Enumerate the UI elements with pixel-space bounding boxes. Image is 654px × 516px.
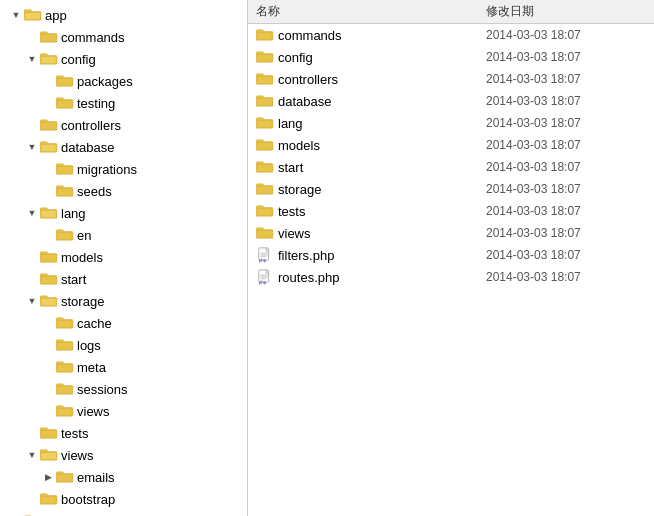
tree-item-views[interactable]: ▼ views [0,444,247,466]
tree-item-label: storage [61,294,104,309]
svg-rect-59 [41,430,56,437]
tree-item-packages[interactable]: packages [0,70,247,92]
folder-open-icon [24,8,42,22]
folder-icon [256,225,274,241]
toggle-expand-icon[interactable]: ▼ [24,139,40,155]
toggle-expand-icon[interactable]: ▼ [8,7,24,23]
tree-item-label: commands [61,30,125,45]
svg-rect-98 [257,186,272,193]
tree-item-label: migrations [77,162,137,177]
tree-item-public[interactable]: ▶ public [0,510,247,516]
svg-rect-10 [56,76,63,79]
right-row-r_lang[interactable]: lang 2014-03-03 18:07 [248,112,654,134]
row-label: start [278,160,486,175]
svg-rect-76 [256,30,263,33]
row-label: views [278,226,486,241]
svg-rect-11 [57,78,72,85]
tree-item-models[interactable]: models [0,246,247,268]
right-row-r_routes[interactable]: php routes.php 2014-03-03 18:07 [248,266,654,288]
svg-rect-68 [41,496,56,503]
row-date: 2014-03-03 18:07 [486,248,646,262]
folder-closed-icon [56,382,74,396]
svg-rect-64 [56,472,63,475]
svg-rect-8 [41,56,56,63]
file-tree[interactable]: ▼ app commands ▼ config packages [0,0,248,516]
toggle-expand-icon[interactable]: ▼ [24,51,40,67]
tree-item-migrations[interactable]: migrations [0,158,247,180]
toggle-expand-icon[interactable]: ▼ [24,293,40,309]
tree-item-commands[interactable]: commands [0,26,247,48]
folder-icon [256,137,274,153]
svg-rect-28 [40,208,47,211]
tree-item-cache[interactable]: cache [0,312,247,334]
col-name-header: 名称 [256,3,486,20]
right-row-r_tests[interactable]: tests 2014-03-03 18:07 [248,200,654,222]
tree-item-label: cache [77,316,112,331]
right-row-r_models[interactable]: models 2014-03-03 18:07 [248,134,654,156]
tree-item-views_storage[interactable]: views [0,400,247,422]
row-date: 2014-03-03 18:07 [486,226,646,240]
svg-rect-56 [57,408,72,415]
row-date: 2014-03-03 18:07 [486,72,646,86]
tree-item-label: logs [77,338,101,353]
right-row-r_views[interactable]: views 2014-03-03 18:07 [248,222,654,244]
tree-item-lang[interactable]: ▼ lang [0,202,247,224]
tree-item-bootstrap[interactable]: bootstrap [0,488,247,510]
tree-item-storage[interactable]: ▼ storage [0,290,247,312]
svg-rect-32 [57,232,72,239]
tree-item-app[interactable]: ▼ app [0,4,247,26]
row-label: models [278,138,486,153]
toggle-expand-icon[interactable]: ▼ [24,447,40,463]
svg-rect-77 [257,32,272,39]
tree-item-emails[interactable]: ▶ emails [0,466,247,488]
right-row-r_commands[interactable]: commands 2014-03-03 18:07 [248,24,654,46]
svg-rect-95 [257,164,272,171]
svg-rect-4 [40,32,47,35]
row-date: 2014-03-03 18:07 [486,138,646,152]
file-icon: php [256,247,274,263]
svg-rect-62 [41,452,56,459]
svg-rect-83 [257,76,272,83]
folder-closed-icon [56,360,74,374]
row-label: routes.php [278,270,486,285]
tree-item-testing[interactable]: testing [0,92,247,114]
tree-item-label: database [61,140,115,155]
row-date: 2014-03-03 18:07 [486,94,646,108]
tree-item-label: lang [61,206,86,221]
file-list: 名称 修改日期 commands 2014-03-03 18:07 config… [248,0,654,516]
svg-rect-25 [56,186,63,189]
svg-rect-82 [256,74,263,77]
tree-item-sessions[interactable]: sessions [0,378,247,400]
tree-item-seeds[interactable]: seeds [0,180,247,202]
tree-item-logs[interactable]: logs [0,334,247,356]
svg-rect-14 [57,100,72,107]
row-date: 2014-03-03 18:07 [486,28,646,42]
svg-rect-37 [40,274,47,277]
tree-item-tests[interactable]: tests [0,422,247,444]
right-row-r_database[interactable]: database 2014-03-03 18:07 [248,90,654,112]
folder-closed-icon [56,404,74,418]
folder-closed-icon [56,228,74,242]
tree-item-label: bootstrap [61,492,115,507]
tree-item-label: emails [77,470,115,485]
right-row-r_config[interactable]: config 2014-03-03 18:07 [248,46,654,68]
tree-item-en[interactable]: en [0,224,247,246]
svg-rect-55 [56,406,63,409]
tree-item-meta[interactable]: meta [0,356,247,378]
right-row-r_controllers[interactable]: controllers 2014-03-03 18:07 [248,68,654,90]
tree-item-label: meta [77,360,106,375]
tree-item-controllers[interactable]: controllers [0,114,247,136]
tree-item-start[interactable]: start [0,268,247,290]
toggle-expand-icon[interactable]: ▼ [24,205,40,221]
right-row-r_storage[interactable]: storage 2014-03-03 18:07 [248,178,654,200]
svg-text:php: php [259,258,267,263]
right-row-r_filters[interactable]: php filters.php 2014-03-03 18:07 [248,244,654,266]
right-row-r_start[interactable]: start 2014-03-03 18:07 [248,156,654,178]
tree-item-database[interactable]: ▼ database [0,136,247,158]
tree-item-config[interactable]: ▼ config [0,48,247,70]
toggle-collapse-icon[interactable]: ▶ [40,469,56,485]
folder-closed-icon [56,316,74,330]
folder-icon [256,93,274,109]
tree-item-label: testing [77,96,115,111]
svg-rect-92 [257,142,272,149]
